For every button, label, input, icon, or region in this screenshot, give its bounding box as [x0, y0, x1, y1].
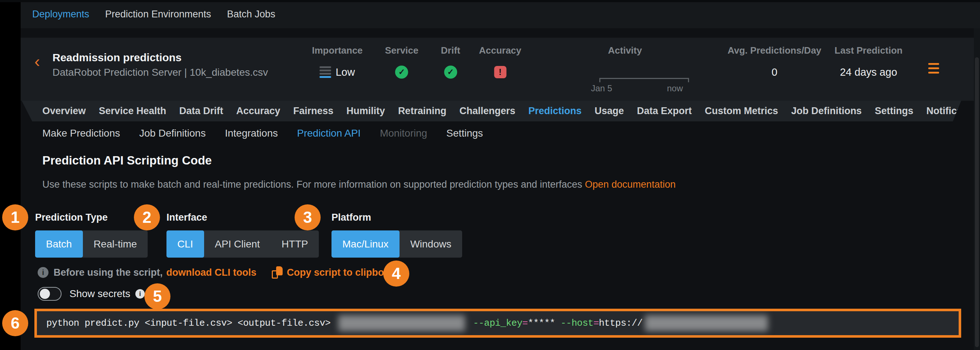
copy-script-label: Copy script to clipboard	[287, 267, 399, 278]
description-text: Use these scripts to make batch and real…	[42, 179, 582, 190]
download-cli-tools-link[interactable]: download CLI tools	[167, 267, 256, 278]
code-equals: =	[522, 318, 528, 329]
annotation-badge-4: 4	[383, 261, 409, 287]
importance-level-icon	[320, 66, 331, 78]
hamburger-menu-icon[interactable]	[928, 63, 940, 74]
tab-fairness[interactable]: Fairness	[293, 105, 333, 117]
subtab-integrations[interactable]: Integrations	[225, 128, 278, 139]
datarobot-deployment-page: Deployments Prediction Environments Batc…	[0, 0, 980, 350]
metric-importance: Importance Low	[312, 45, 363, 79]
annotation-badge-5: 5	[145, 283, 170, 309]
option-real-time[interactable]: Real-time	[83, 230, 148, 257]
nav-item-batch-jobs[interactable]: Batch Jobs	[227, 9, 275, 20]
nav-item-prediction-environments[interactable]: Prediction Environments	[105, 9, 212, 20]
top-edge-strip	[0, 0, 980, 2]
activity-range-end: now	[667, 83, 683, 93]
subtab-monitoring: Monitoring	[380, 128, 427, 139]
annotation-badge-1: 1	[2, 205, 28, 230]
show-secrets-toggle[interactable]	[38, 287, 62, 301]
deployment-subtitle: DataRobot Prediction Server | 10k_diabet…	[52, 67, 268, 78]
importance-value: Low	[336, 66, 355, 78]
deployment-title: Readmission predictions	[52, 51, 182, 64]
top-navigation: Deployments Prediction Environments Batc…	[21, 0, 980, 28]
metric-avg-predictions: Avg. Predictions/Day 0	[727, 45, 821, 79]
activity-range-start: Jan 5	[591, 83, 612, 93]
redacted-deployment-segment	[338, 315, 465, 331]
secrets-info-icon[interactable]: i	[135, 289, 145, 299]
option-http[interactable]: HTTP	[271, 230, 319, 257]
activity-label: Activity	[608, 45, 642, 56]
service-label: Service	[385, 45, 419, 56]
code-command: python predict.py <input-file.csv> <outp…	[46, 318, 330, 329]
tab-data-drift[interactable]: Data Drift	[179, 105, 223, 117]
metric-accuracy: Accuracy !	[479, 45, 521, 79]
tab-humility[interactable]: Humility	[346, 105, 385, 117]
option-api-client[interactable]: API Client	[204, 230, 271, 257]
open-documentation-link[interactable]: Open documentation	[585, 179, 676, 190]
code-host-flag: --host	[560, 318, 593, 329]
tab-custom-metrics[interactable]: Custom Metrics	[705, 105, 778, 117]
drift-ok-icon: ✓	[444, 66, 457, 78]
annotation-badge-3: 3	[294, 205, 321, 230]
option-mac-linux[interactable]: Mac/Linux	[331, 230, 399, 257]
tab-data-export[interactable]: Data Export	[637, 105, 692, 117]
tab-service-health[interactable]: Service Health	[99, 105, 166, 117]
show-secrets-label: Show secrets	[70, 288, 130, 300]
tab-settings[interactable]: Settings	[875, 105, 913, 117]
code-api-key-flag: --api_key	[473, 318, 522, 329]
interface-segmented-control: CLI API Client HTTP	[167, 230, 319, 257]
vertical-scrollbar[interactable]	[975, 57, 979, 347]
deployment-tab-bar: Overview Service Health Data Drift Accur…	[22, 101, 961, 121]
back-chevron-icon[interactable]: ‹	[34, 53, 40, 70]
page-title: Prediction API Scripting Code	[42, 153, 212, 168]
drift-label: Drift	[441, 45, 460, 56]
subtab-make-predictions[interactable]: Make Predictions	[42, 128, 120, 139]
option-batch[interactable]: Batch	[35, 230, 83, 257]
subtab-prediction-api[interactable]: Prediction API	[297, 128, 361, 139]
service-ok-icon: ✓	[395, 66, 408, 78]
accuracy-label: Accuracy	[479, 45, 521, 56]
script-code-bar[interactable]: python predict.py <input-file.csv> <outp…	[34, 309, 961, 338]
copy-script-button[interactable]: Copy script to clipboard	[272, 266, 399, 279]
metric-last-prediction: Last Prediction 24 days ago	[835, 45, 902, 79]
subtab-settings[interactable]: Settings	[446, 128, 483, 139]
tab-accuracy[interactable]: Accuracy	[236, 105, 280, 117]
last-prediction-value: 24 days ago	[840, 66, 897, 78]
subtab-job-definitions[interactable]: Job Definitions	[139, 128, 206, 139]
last-prediction-label: Last Prediction	[835, 45, 902, 56]
tab-retraining[interactable]: Retraining	[398, 105, 447, 117]
tab-job-definitions[interactable]: Job Definitions	[791, 105, 862, 117]
nav-item-deployments[interactable]: Deployments	[32, 9, 89, 20]
prediction-type-segmented-control: Batch Real-time	[35, 230, 148, 257]
predictions-sub-tabs: Make Predictions Job Definitions Integra…	[21, 121, 961, 145]
code-space	[555, 318, 560, 329]
left-edge-strip	[0, 0, 21, 350]
metric-drift: Drift ✓	[441, 45, 460, 79]
tab-predictions[interactable]: Predictions	[528, 105, 582, 117]
redacted-host-segment	[645, 315, 768, 331]
platform-control: Platform Mac/Linux Windows	[331, 212, 462, 257]
activity-sparkline	[599, 78, 689, 82]
page-description: Use these scripts to make batch and real…	[42, 179, 676, 190]
copy-icon	[272, 266, 283, 279]
toggle-knob	[40, 289, 50, 299]
platform-label: Platform	[331, 212, 462, 223]
option-windows[interactable]: Windows	[399, 230, 463, 257]
note-text: Before using the script,	[54, 267, 163, 278]
avg-predictions-value: 0	[772, 66, 777, 78]
code-host-prefix: https://	[599, 318, 643, 329]
code-equals-2: =	[593, 318, 599, 329]
metric-activity: Activity	[608, 45, 642, 56]
avg-predictions-label: Avg. Predictions/Day	[727, 45, 821, 56]
tab-overview[interactable]: Overview	[42, 105, 86, 117]
deployment-header-panel: ‹ Readmission predictions DataRobot Pred…	[21, 38, 974, 101]
importance-label: Importance	[312, 45, 363, 56]
prediction-type-control: Prediction Type Batch Real-time	[35, 212, 148, 257]
annotation-badge-6: 6	[2, 310, 28, 336]
tab-usage[interactable]: Usage	[595, 105, 624, 117]
option-cli[interactable]: CLI	[167, 230, 204, 257]
tab-notifications[interactable]: Notifications	[926, 105, 980, 117]
tab-challengers[interactable]: Challengers	[459, 105, 515, 117]
show-secrets-row: Show secrets i	[38, 286, 145, 302]
prediction-type-label: Prediction Type	[35, 212, 148, 223]
